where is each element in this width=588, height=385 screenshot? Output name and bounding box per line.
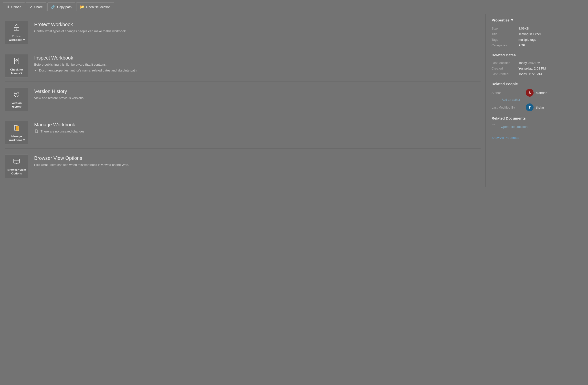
prop-tags-row: Tags multiple tags	[492, 37, 582, 42]
svg-rect-9	[16, 126, 19, 131]
prop-size-value: 8.09KB	[518, 26, 582, 31]
manage-workbook-status: There are no unsaved changes.	[34, 129, 481, 134]
main-content: ProtectWorkbook ▾ Protect Workbook Contr…	[0, 14, 588, 187]
browser-view-options-icon-box[interactable]: Browser ViewOptions	[5, 154, 28, 178]
protect-workbook-desc: Control what types of changes people can…	[34, 29, 481, 34]
browser-view-icon	[12, 157, 21, 167]
version-history-section: VersionHistory Version History View and …	[5, 84, 481, 115]
open-file-location-button[interactable]: 📂 Open file location	[76, 2, 114, 11]
check-for-issues-body: Inspect Workbook Before publishing this …	[34, 54, 481, 72]
author-label: Author	[492, 91, 523, 95]
open-file-location-link-row: Open File Location	[492, 123, 582, 130]
upload-icon: ⬆	[7, 5, 10, 9]
version-history-title: Version History	[34, 89, 481, 94]
related-dates-header: Related Dates	[492, 53, 582, 57]
svg-rect-2	[14, 58, 19, 64]
protect-workbook-title: Protect Workbook	[34, 22, 481, 27]
share-icon: ↗	[30, 5, 33, 9]
author-avatar: S	[526, 89, 534, 96]
share-button[interactable]: ↗ Share	[26, 2, 46, 11]
author-name: standan	[536, 91, 547, 95]
last-modified-by-name: thekn	[536, 106, 544, 109]
add-author-link[interactable]: Add an author	[502, 98, 582, 101]
version-history-label: VersionHistory	[11, 101, 22, 109]
svg-point-5	[16, 60, 17, 61]
manage-workbook-icon-box[interactable]: ManageWorkbook ▾	[5, 121, 28, 144]
related-people-header: Related People	[492, 82, 582, 86]
chevron-down-icon: ▾	[511, 18, 513, 22]
check-for-issues-label: Check forIssues ▾	[10, 68, 23, 75]
open-file-location-link[interactable]: Open File Location	[501, 125, 527, 129]
date-last-modified-row: Last Modified Today, 3:42 PM	[492, 60, 582, 66]
prop-tags-label: Tags	[492, 37, 518, 42]
prop-categories-value: AOP	[518, 42, 582, 48]
protect-workbook-icon-box[interactable]: ProtectWorkbook ▾	[5, 21, 28, 44]
inspect-icon	[12, 57, 21, 67]
date-created-value: Yesterday, 2:03 PM	[518, 66, 582, 71]
manage-workbook-section: ManageWorkbook ▾ Manage Workbook There a…	[5, 117, 481, 149]
file-icon	[34, 129, 39, 134]
link-icon: 🔗	[51, 5, 56, 9]
properties-header[interactable]: Properties ▾	[492, 18, 582, 22]
left-panel: ProtectWorkbook ▾ Protect Workbook Contr…	[0, 14, 485, 187]
related-dates-table: Last Modified Today, 3:42 PM Created Yes…	[492, 60, 582, 77]
prop-categories-label: Categories	[492, 42, 518, 48]
prop-title-label: Title	[492, 31, 518, 37]
svg-line-7	[17, 95, 18, 95]
prop-title-value: Testing In Excel	[518, 31, 582, 37]
svg-rect-14	[14, 159, 20, 163]
right-panel: Properties ▾ Size 8.09KB Title Testing I…	[485, 14, 588, 187]
top-toolbar: ⬆ Upload ↗ Share 🔗 Copy path 📂 Open file…	[0, 0, 588, 14]
author-row: Author S standan	[492, 89, 582, 96]
related-documents-section: Related Documents Open File Location	[492, 116, 582, 130]
prop-title-row: Title Testing In Excel	[492, 31, 582, 37]
check-for-issues-list: Document properties, author's name, rela…	[34, 69, 481, 72]
date-created-row: Created Yesterday, 2:03 PM	[492, 66, 582, 71]
last-modified-by-label: Last Modified By	[492, 106, 523, 109]
check-for-issues-section: Check forIssues ▾ Inspect Workbook Befor…	[5, 50, 481, 82]
upload-button[interactable]: ⬆ Upload	[3, 2, 25, 11]
date-last-printed-label: Last Printed	[492, 71, 518, 77]
properties-table: Size 8.09KB Title Testing In Excel Tags …	[492, 26, 582, 48]
date-last-modified-value: Today, 3:42 PM	[518, 60, 582, 66]
check-for-issues-desc: Before publishing this file, be aware th…	[34, 62, 481, 67]
manage-workbook-title: Manage Workbook	[34, 122, 481, 128]
version-history-body: Version History View and restore previou…	[34, 88, 481, 100]
browser-view-options-desc: Pick what users can see when this workbo…	[34, 162, 481, 167]
manage-workbook-icon	[12, 124, 21, 134]
browser-view-options-title: Browser View Options	[34, 155, 481, 161]
check-for-issues-icon-box[interactable]: Check forIssues ▾	[5, 54, 28, 77]
prop-size-label: Size	[492, 26, 518, 31]
browser-view-options-section: Browser ViewOptions Browser View Options…	[5, 151, 481, 182]
date-last-modified-label: Last Modified	[492, 60, 518, 66]
svg-point-1	[16, 29, 17, 30]
copy-path-button[interactable]: 🔗 Copy path	[47, 2, 75, 11]
last-modified-by-avatar: T	[526, 103, 534, 111]
prop-tags-value: multiple tags	[518, 37, 582, 42]
version-history-icon-box[interactable]: VersionHistory	[5, 88, 28, 111]
date-last-printed-row: Last Printed Today, 11:25 AM	[492, 71, 582, 77]
folder-icon	[492, 123, 498, 130]
related-documents-header: Related Documents	[492, 116, 582, 120]
prop-size-row: Size 8.09KB	[492, 26, 582, 31]
protect-workbook-label: ProtectWorkbook ▾	[9, 34, 24, 42]
show-all-properties-link[interactable]: Show All Properties	[492, 136, 519, 139]
browser-view-options-label: Browser ViewOptions	[7, 168, 26, 175]
version-history-desc: View and restore previous versions.	[34, 96, 481, 100]
protect-workbook-section: ProtectWorkbook ▾ Protect Workbook Contr…	[5, 17, 481, 48]
browser-view-options-body: Browser View Options Pick what users can…	[34, 154, 481, 167]
lock-icon	[12, 23, 21, 33]
manage-workbook-body: Manage Workbook There are no unsaved cha…	[34, 121, 481, 134]
prop-categories-row: Categories AOP	[492, 42, 582, 48]
list-item: Document properties, author's name, rela…	[34, 69, 481, 72]
date-last-printed-value: Today, 11:25 AM	[518, 71, 582, 77]
protect-workbook-body: Protect Workbook Control what types of c…	[34, 21, 481, 34]
history-icon	[12, 90, 21, 100]
date-created-label: Created	[492, 66, 518, 71]
check-for-issues-title: Inspect Workbook	[34, 55, 481, 61]
last-modified-by-row: Last Modified By T thekn	[492, 103, 582, 111]
folder-open-icon: 📂	[80, 5, 84, 9]
related-people-section: Author S standan Add an author Last Modi…	[492, 89, 582, 111]
manage-workbook-label: ManageWorkbook ▾	[9, 135, 24, 142]
